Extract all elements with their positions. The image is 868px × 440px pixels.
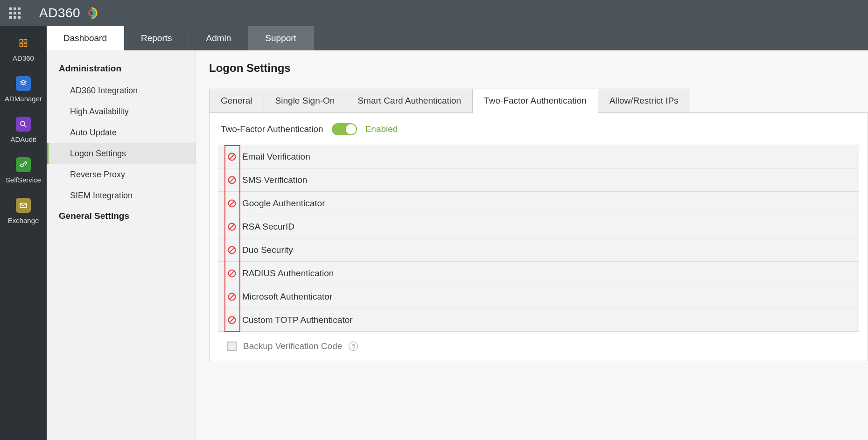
tfa-method-label: Custom TOTP Authenticator: [242, 315, 353, 325]
rail-label: SelfService: [6, 176, 41, 184]
top-tab-reports[interactable]: Reports: [124, 26, 189, 50]
help-icon[interactable]: ?: [349, 342, 358, 351]
inner-tab-two-factor-authentication[interactable]: Two-Factor Authentication: [472, 89, 598, 112]
search-icon: [16, 117, 31, 132]
tfa-method-row[interactable]: Microsoft Authenticator: [218, 285, 859, 308]
tfa-method-label: Email Verification: [242, 152, 310, 162]
svg-line-23: [230, 318, 234, 322]
prohibit-icon: [227, 292, 237, 301]
prohibit-icon: [227, 222, 237, 231]
backup-code-label: Backup Verification Code: [243, 341, 342, 351]
rail-item-admanager[interactable]: ADManager: [5, 76, 42, 103]
key-icon: [16, 157, 31, 172]
tfa-method-label: Google Authenticator: [242, 198, 325, 209]
svg-line-15: [230, 224, 234, 229]
backup-code-row: Backup Verification Code ?: [218, 332, 859, 356]
prohibit-icon: [227, 199, 237, 208]
tfa-method-label: Microsoft Authenticator: [242, 292, 332, 302]
app-rail: AD360 ADManager ADAudit SelfService Exch…: [0, 26, 47, 440]
tfa-method-row[interactable]: Custom TOTP Authenticator: [218, 308, 859, 332]
apps-grid-icon[interactable]: [9, 7, 21, 19]
tfa-enabled-text: Enabled: [365, 124, 398, 134]
brand-swirl-icon: [85, 7, 98, 20]
tfa-method-label: RADIUS Authentication: [242, 268, 334, 279]
sidebar-heading: Administration: [47, 59, 196, 80]
svg-line-5: [24, 125, 27, 127]
content-area: Logon Settings GeneralSingle Sign-OnSmar…: [196, 50, 868, 440]
admin-sidebar: AdministrationAD360 IntegrationHigh Avai…: [47, 50, 196, 440]
svg-line-17: [230, 248, 234, 252]
top-tab-dashboard[interactable]: Dashboard: [47, 26, 124, 50]
prohibit-icon: [227, 152, 237, 161]
rail-label: Exchange: [8, 217, 39, 224]
sidebar-item-auto-update[interactable]: Auto Update: [47, 122, 196, 143]
tfa-method-label: Duo Security: [242, 245, 293, 255]
svg-point-4: [21, 121, 25, 126]
sidebar-heading: General Settings: [47, 206, 196, 228]
rail-item-ad360[interactable]: AD360: [13, 35, 34, 62]
tfa-method-row[interactable]: RADIUS Authentication: [218, 262, 859, 285]
topbar: AD360: [0, 0, 868, 26]
logon-settings-tabs: GeneralSingle Sign-OnSmart Card Authenti…: [209, 89, 868, 113]
svg-line-9: [230, 154, 234, 159]
svg-point-6: [21, 164, 23, 167]
sidebar-item-ad360-integration[interactable]: AD360 Integration: [47, 80, 196, 101]
page-title: Logon Settings: [209, 62, 868, 75]
grid-icon: [16, 35, 31, 50]
sidebar-item-reverse-proxy[interactable]: Reverse Proxy: [47, 164, 196, 185]
brand-text: AD360: [39, 6, 80, 21]
svg-rect-1: [24, 40, 27, 42]
admanager-icon: [16, 76, 31, 91]
tfa-method-label: RSA SecurID: [242, 222, 294, 232]
prohibit-icon: [227, 269, 237, 278]
tfa-methods-list: Email VerificationSMS VerificationGoogle…: [218, 145, 859, 332]
svg-line-11: [230, 178, 234, 182]
svg-line-19: [230, 271, 234, 276]
rail-label: ADAudit: [10, 135, 36, 143]
svg-rect-0: [20, 40, 23, 42]
body-row: AdministrationAD360 IntegrationHigh Avai…: [47, 50, 868, 440]
main-column: DashboardReportsAdminSupport Administrat…: [47, 26, 868, 440]
prohibit-icon: [227, 175, 237, 185]
inner-tab-single-sign-on[interactable]: Single Sign-On: [264, 89, 347, 112]
sidebar-item-high-availability[interactable]: High Availability: [47, 101, 196, 122]
tfa-method-row[interactable]: Google Authenticator: [218, 192, 859, 215]
rail-item-selfservice[interactable]: SelfService: [6, 157, 41, 184]
tfa-method-row[interactable]: Email Verification: [218, 145, 859, 168]
toggle-knob: [346, 124, 356, 134]
top-tab-support[interactable]: Support: [248, 26, 314, 50]
sidebar-item-logon-settings[interactable]: Logon Settings: [47, 143, 196, 164]
backup-code-checkbox[interactable]: [227, 342, 237, 351]
top-tab-admin[interactable]: Admin: [189, 26, 248, 50]
inner-tab-smart-card-authentication[interactable]: Smart Card Authentication: [346, 89, 473, 112]
prohibit-icon: [227, 245, 237, 255]
inner-tab-allow-restrict-ips[interactable]: Allow/Restrict IPs: [598, 89, 690, 112]
tfa-label: Two-Factor Authentication: [221, 124, 323, 134]
svg-line-21: [230, 294, 234, 299]
tfa-method-row[interactable]: RSA SecurID: [218, 215, 859, 238]
inner-tab-general[interactable]: General: [209, 89, 264, 112]
svg-line-13: [230, 201, 234, 206]
tfa-toggle-row: Two-Factor Authentication Enabled: [218, 123, 859, 135]
tfa-method-row[interactable]: Duo Security: [218, 238, 859, 262]
svg-rect-3: [24, 44, 27, 47]
tfa-method-row[interactable]: SMS Verification: [218, 168, 859, 192]
top-tabs: DashboardReportsAdminSupport: [47, 26, 868, 50]
rail-label: ADManager: [5, 95, 42, 103]
tfa-method-label: SMS Verification: [242, 175, 307, 185]
svg-rect-2: [20, 44, 23, 47]
rail-item-exchange[interactable]: Exchange: [8, 198, 39, 224]
tfa-panel: Two-Factor Authentication Enabled Email …: [209, 113, 868, 361]
prohibit-icon: [227, 315, 237, 325]
rail-item-adaudit[interactable]: ADAudit: [10, 117, 36, 143]
mail-icon: [16, 198, 31, 213]
sidebar-item-siem-integration[interactable]: SIEM Integration: [47, 185, 196, 206]
rail-label: AD360: [13, 54, 34, 62]
tfa-toggle[interactable]: [332, 123, 357, 135]
brand-logo[interactable]: AD360: [39, 6, 98, 21]
